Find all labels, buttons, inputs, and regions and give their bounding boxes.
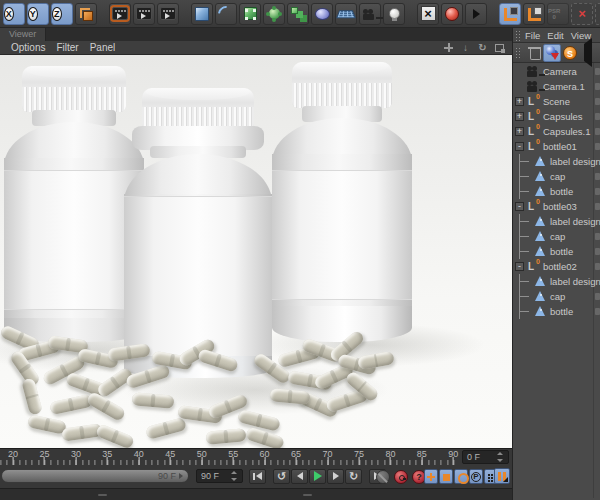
sep[interactable] xyxy=(99,3,107,25)
object-label[interactable]: label design xyxy=(550,156,600,167)
axis-lock-z[interactable]: Z xyxy=(51,3,73,25)
expand-toggle[interactable]: - xyxy=(515,262,524,271)
layer-marker[interactable] xyxy=(595,308,600,315)
tree-item[interactable]: - bottle03 xyxy=(513,199,600,214)
axis-lock-x[interactable]: X xyxy=(3,3,25,25)
layer-marker[interactable] xyxy=(595,68,600,75)
spinner-arrows-icon[interactable] xyxy=(231,471,238,481)
object-label[interactable]: cap xyxy=(550,291,565,302)
viewer-menu-item[interactable]: Options xyxy=(11,42,45,53)
record-snapshot[interactable] xyxy=(133,3,155,25)
tree-item[interactable]: cap xyxy=(513,229,600,244)
object-label[interactable]: Capsules xyxy=(543,111,583,122)
layer-marker[interactable] xyxy=(595,293,600,300)
layer-marker[interactable] xyxy=(595,83,600,90)
make-editable[interactable] xyxy=(239,3,261,25)
panel-grip-icon[interactable] xyxy=(515,47,522,58)
key-scale[interactable] xyxy=(439,469,453,484)
object-label[interactable]: Scene xyxy=(543,96,570,107)
record-snapshot-framed[interactable] xyxy=(109,3,131,25)
spinner-arrows-icon[interactable] xyxy=(497,452,504,462)
more-tools-arrow[interactable] xyxy=(465,3,487,25)
use-object-axis[interactable] xyxy=(499,3,521,25)
timeline-ruler[interactable]: 20 25 30 35 40 45 50 55 60 65 70 75 xyxy=(0,449,458,466)
sep[interactable] xyxy=(181,3,189,25)
object-label[interactable]: bottle xyxy=(550,186,573,197)
camera-object[interactable] xyxy=(359,3,381,25)
object-label[interactable]: Camera xyxy=(543,66,577,77)
object-label[interactable]: bottle xyxy=(550,306,573,317)
object-label[interactable]: cap xyxy=(550,171,565,182)
add-cube-primitive[interactable] xyxy=(191,3,213,25)
expand-toggle[interactable]: - xyxy=(515,142,524,151)
material-ball[interactable] xyxy=(441,3,463,25)
object-label[interactable]: label design xyxy=(550,276,600,287)
move-view[interactable] xyxy=(443,42,454,53)
timeline-range-slider[interactable]: 90 F xyxy=(1,469,189,483)
panel-resize-handle[interactable] xyxy=(98,494,107,496)
floor-object[interactable] xyxy=(335,3,357,25)
key-parameter[interactable]: P xyxy=(469,469,483,484)
add-spline[interactable] xyxy=(215,3,237,25)
play[interactable] xyxy=(309,469,326,484)
expand-toggle[interactable]: + xyxy=(515,97,524,106)
current-frame-field[interactable]: 0 F xyxy=(462,450,509,464)
key-rotation[interactable] xyxy=(454,469,468,484)
tree-item[interactable]: label design xyxy=(513,214,600,229)
expand-toggle[interactable]: - xyxy=(515,202,524,211)
tree-item[interactable]: label design xyxy=(513,154,600,169)
tree-item[interactable]: bottle xyxy=(513,184,600,199)
viewer-menu-item[interactable]: Panel xyxy=(90,42,116,53)
tree-item[interactable]: cap xyxy=(513,169,600,184)
toggle-views[interactable] xyxy=(494,42,505,53)
object-label[interactable]: bottle02 xyxy=(543,261,577,272)
layer-marker[interactable] xyxy=(595,263,600,270)
tree-item[interactable]: + Capsules.1 xyxy=(513,124,600,139)
tree-item[interactable]: + Capsules xyxy=(513,109,600,124)
viewport-canvas[interactable] xyxy=(0,55,512,448)
panel-grip-icon[interactable] xyxy=(515,30,522,41)
layer-marker[interactable] xyxy=(595,113,600,120)
previous-key[interactable]: ↺ xyxy=(273,469,290,484)
object-label[interactable]: cap xyxy=(550,231,565,242)
object-label[interactable]: Camera.1 xyxy=(543,81,585,92)
viewer-menu-item[interactable]: Filter xyxy=(56,42,78,53)
object-label[interactable]: bottle03 xyxy=(543,201,577,212)
end-frame-field[interactable]: 90 F xyxy=(196,469,243,483)
previous-frame[interactable] xyxy=(291,469,308,484)
goto-start[interactable] xyxy=(249,469,266,484)
record-disabled[interactable] xyxy=(376,470,390,484)
expand-toggle[interactable]: + xyxy=(515,112,524,121)
rotate-view[interactable] xyxy=(477,42,488,53)
material-manager[interactable] xyxy=(543,44,561,62)
object-manager-menu-item[interactable]: Edit xyxy=(547,30,563,41)
key-position[interactable] xyxy=(424,469,438,484)
object-label[interactable]: label design xyxy=(550,216,600,227)
array-generator[interactable] xyxy=(287,3,309,25)
psr-reset[interactable]: PSR 0 xyxy=(547,3,569,25)
panel-resize-handle[interactable] xyxy=(303,494,312,496)
next-key[interactable]: ↻ xyxy=(345,469,362,484)
layer-marker[interactable] xyxy=(595,98,600,105)
tree-item[interactable]: + Scene xyxy=(513,94,600,109)
keyframe-selection-button[interactable] xyxy=(494,468,510,484)
shader-badge[interactable]: S xyxy=(561,44,579,62)
layer-marker[interactable] xyxy=(595,203,600,210)
delete-object[interactable] xyxy=(525,44,543,62)
object-label[interactable]: bottle xyxy=(550,246,573,257)
layer-marker[interactable] xyxy=(595,143,600,150)
object-label[interactable]: bottle01 xyxy=(543,141,577,152)
tree-item[interactable]: - bottle02 xyxy=(513,259,600,274)
autokey-record[interactable] xyxy=(394,470,408,484)
tree-item[interactable]: bottle xyxy=(513,244,600,259)
tree-item[interactable]: cap xyxy=(513,289,600,304)
tree-item[interactable]: Camera xyxy=(513,64,600,79)
use-workplane[interactable] xyxy=(523,3,545,25)
layer-marker[interactable] xyxy=(595,128,600,135)
object-label[interactable]: Capsules.1 xyxy=(543,126,591,137)
sep[interactable] xyxy=(489,3,497,25)
layer-marker[interactable] xyxy=(595,173,600,180)
texture-tag[interactable] xyxy=(417,3,439,25)
zoom-view[interactable] xyxy=(460,42,471,53)
object-manager-menu-item[interactable]: File xyxy=(525,30,540,41)
